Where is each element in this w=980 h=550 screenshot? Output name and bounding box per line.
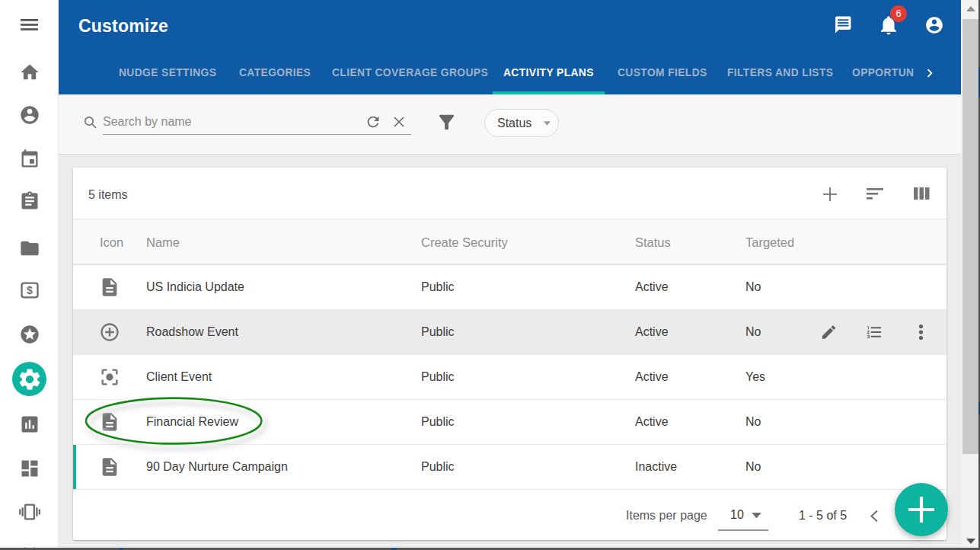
svg-text:$: $ xyxy=(27,284,33,296)
